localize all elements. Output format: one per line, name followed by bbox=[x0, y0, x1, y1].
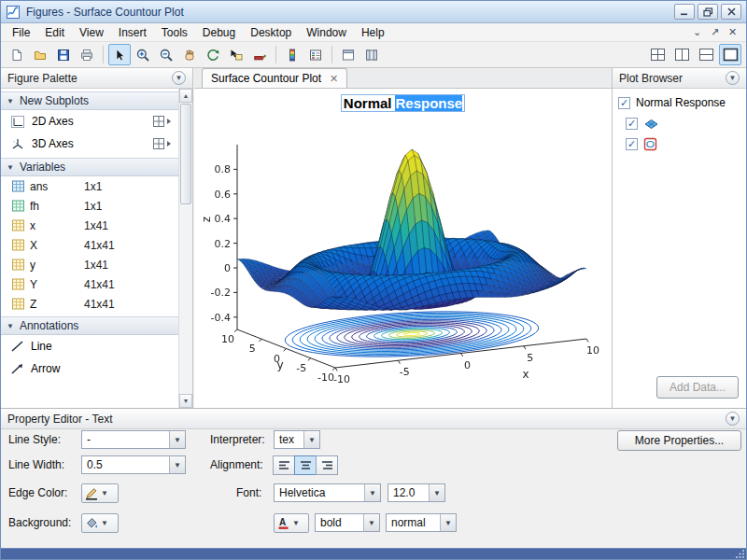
subplot-grid-picker-icon[interactable] bbox=[152, 115, 173, 128]
series-row-contour[interactable]: ✓ bbox=[613, 133, 746, 154]
property-editor-title: Property Editor - Text bbox=[7, 413, 113, 426]
variable-row-ans[interactable]: ans 1x1 bbox=[1, 176, 178, 196]
figure-palette-scrollbar[interactable]: ▲ ▼ bbox=[178, 89, 192, 408]
axes-2d-icon bbox=[10, 115, 25, 129]
new-document-icon bbox=[9, 48, 24, 63]
palette-item-line[interactable]: Line bbox=[1, 335, 178, 357]
layout-grid-icon[interactable] bbox=[646, 44, 669, 65]
show-plot-tools-button[interactable] bbox=[360, 44, 383, 65]
line-style-dropdown[interactable]: - ▼ bbox=[81, 430, 186, 449]
menu-bar: File Edit View Insert Tools Debug Deskto… bbox=[1, 23, 746, 42]
pan-tool-button[interactable] bbox=[178, 44, 201, 65]
restore-button[interactable] bbox=[698, 4, 718, 20]
save-button[interactable] bbox=[52, 44, 75, 65]
interpreter-dropdown[interactable]: tex ▼ bbox=[274, 430, 320, 449]
plot-title[interactable]: NormalResponse bbox=[194, 94, 612, 112]
plot-browser-panel: Plot Browser ▼ ✓ Normal Response ✓ ✓ bbox=[612, 68, 746, 408]
open-file-button[interactable] bbox=[29, 44, 51, 65]
series-row-axes[interactable]: ✓ Normal Response bbox=[613, 92, 746, 113]
restore-icon bbox=[703, 7, 713, 17]
brush-data-button[interactable] bbox=[248, 44, 271, 65]
variable-row-X[interactable]: X 41x41 bbox=[1, 235, 178, 255]
plot-browser-menu-button[interactable]: ▼ bbox=[726, 71, 740, 85]
menu-desktop[interactable]: Desktop bbox=[243, 24, 299, 41]
align-right-button[interactable] bbox=[316, 455, 338, 475]
data-cursor-button[interactable] bbox=[225, 44, 247, 65]
font-color-button[interactable]: A ▼ bbox=[274, 513, 309, 533]
variable-row-Y[interactable]: Y 41x41 bbox=[1, 274, 178, 294]
tab-surface-contour-plot[interactable]: Surface Countour Plot ✕ bbox=[202, 68, 347, 88]
insert-legend-button[interactable] bbox=[304, 44, 327, 65]
chevron-down-icon: ▼ bbox=[440, 514, 456, 531]
zoom-out-button[interactable] bbox=[155, 44, 177, 65]
palette-item-3d-axes[interactable]: 3D Axes bbox=[1, 133, 178, 155]
scrollbar-thumb[interactable] bbox=[180, 104, 191, 204]
section-label: Annotations bbox=[20, 319, 78, 332]
series-row-surface[interactable]: ✓ bbox=[613, 113, 746, 133]
print-button[interactable] bbox=[76, 44, 98, 65]
axes-3d-icon bbox=[10, 137, 25, 151]
font-name-dropdown[interactable]: Helvetica ▼ bbox=[274, 483, 381, 502]
new-figure-button[interactable] bbox=[6, 44, 28, 65]
menu-file[interactable]: File bbox=[5, 24, 37, 41]
figure-palette-menu-button[interactable]: ▼ bbox=[172, 71, 186, 85]
background-label: Background: bbox=[8, 516, 71, 529]
surface-series-icon bbox=[643, 117, 659, 131]
scroll-up-icon[interactable]: ▲ bbox=[179, 89, 192, 103]
scroll-down-icon[interactable]: ▼ bbox=[179, 394, 192, 408]
layout-single-icon[interactable] bbox=[719, 44, 741, 65]
surface-visible-checkbox[interactable]: ✓ bbox=[626, 118, 638, 130]
insert-colorbar-button[interactable] bbox=[281, 44, 303, 65]
plot-title-edit-box[interactable]: NormalResponse bbox=[341, 94, 465, 112]
zoom-in-button[interactable] bbox=[132, 44, 154, 65]
close-button[interactable] bbox=[721, 4, 741, 20]
undock-icon[interactable]: ↗ bbox=[707, 25, 723, 40]
menu-insert[interactable]: Insert bbox=[111, 24, 154, 41]
add-data-button[interactable]: Add Data... bbox=[656, 376, 739, 399]
property-editor-header: Property Editor - Text ▼ bbox=[1, 409, 746, 429]
font-size-dropdown[interactable]: 12.0 ▼ bbox=[388, 483, 445, 502]
palette-item-arrow[interactable]: Arrow bbox=[1, 357, 178, 380]
menu-tools[interactable]: Tools bbox=[154, 24, 195, 41]
font-weight-dropdown[interactable]: bold ▼ bbox=[315, 513, 380, 532]
interpreter-value: tex bbox=[275, 431, 303, 448]
rotate-3d-button[interactable] bbox=[202, 44, 224, 65]
align-left-button[interactable] bbox=[273, 455, 295, 475]
chevron-down-icon: ▼ bbox=[169, 456, 185, 473]
variable-row-fh[interactable]: fh 1x1 bbox=[1, 196, 178, 216]
menu-view[interactable]: View bbox=[72, 24, 111, 41]
pointer-tool-button[interactable] bbox=[108, 44, 131, 65]
section-variables[interactable]: ▼ Variables bbox=[1, 158, 178, 176]
section-new-subplots[interactable]: ▼ New Subplots bbox=[1, 91, 178, 110]
background-color-button[interactable]: ▼ bbox=[81, 513, 119, 533]
menu-edit[interactable]: Edit bbox=[37, 24, 72, 41]
minimize-button[interactable] bbox=[674, 4, 695, 20]
tab-close-icon[interactable]: ✕ bbox=[330, 73, 338, 85]
resize-grip[interactable] bbox=[735, 549, 745, 558]
surface-plot-canvas[interactable] bbox=[194, 89, 612, 408]
variable-row-Z[interactable]: Z 41x41 bbox=[1, 294, 178, 314]
variable-row-y[interactable]: y 1x41 bbox=[1, 255, 178, 274]
palette-item-2d-axes[interactable]: 2D Axes bbox=[1, 110, 178, 133]
menu-help[interactable]: Help bbox=[354, 24, 392, 41]
font-angle-dropdown[interactable]: normal ▼ bbox=[386, 513, 457, 532]
font-name-value: Helvetica bbox=[275, 484, 364, 501]
hide-plot-tools-button[interactable] bbox=[337, 44, 359, 65]
section-annotations[interactable]: ▼ Annotations bbox=[1, 316, 178, 335]
menu-debug[interactable]: Debug bbox=[195, 24, 243, 41]
layout-columns-icon[interactable] bbox=[670, 44, 693, 65]
variable-row-x[interactable]: x 1x41 bbox=[1, 216, 178, 235]
edge-color-button[interactable]: ▼ bbox=[81, 483, 119, 503]
line-width-dropdown[interactable]: 0.5 ▼ bbox=[81, 455, 186, 474]
close-figure-icon[interactable]: ✕ bbox=[725, 25, 740, 40]
contour-visible-checkbox[interactable]: ✓ bbox=[626, 138, 638, 150]
subplot-grid-picker-icon[interactable] bbox=[152, 137, 173, 150]
menu-window[interactable]: Window bbox=[299, 24, 354, 41]
dock-figure-icon[interactable]: ⌄ bbox=[689, 25, 705, 40]
align-center-button[interactable] bbox=[294, 455, 317, 475]
property-editor-menu-button[interactable]: ▼ bbox=[726, 412, 740, 426]
axes-visible-checkbox[interactable]: ✓ bbox=[618, 97, 630, 109]
layout-rows-icon[interactable] bbox=[695, 44, 717, 65]
figure-toolbar bbox=[1, 42, 746, 68]
more-properties-button[interactable]: More Properties... bbox=[617, 430, 741, 451]
